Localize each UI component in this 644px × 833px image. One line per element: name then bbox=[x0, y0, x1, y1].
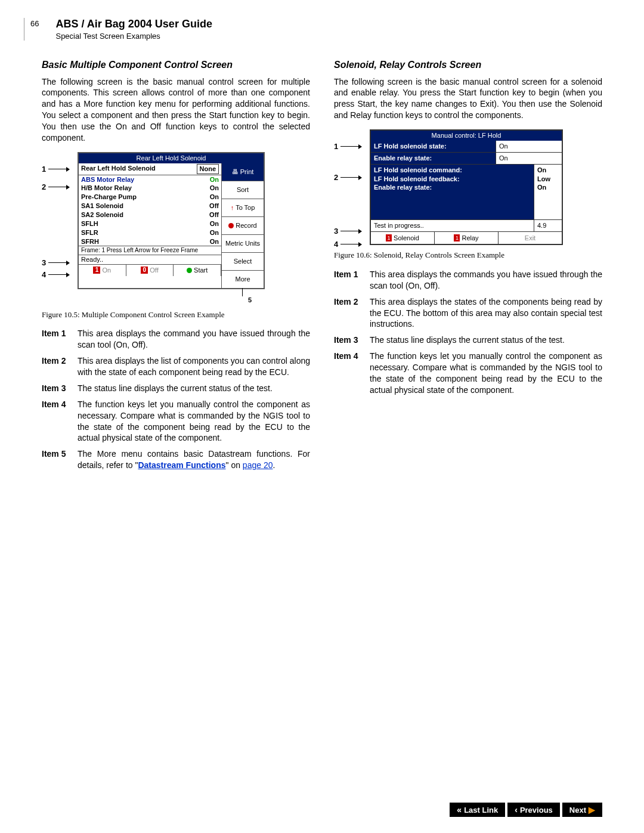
list-item[interactable]: SA2 SolenoidOff bbox=[81, 210, 219, 219]
fig1-status-line: Frame: 1 Press Left Arrow for Freeze Fra… bbox=[79, 246, 221, 255]
datastream-functions-link[interactable]: Datastream Functions bbox=[138, 460, 225, 470]
zero-icon: 0 bbox=[141, 267, 148, 274]
marker-2: 2 bbox=[42, 182, 66, 193]
left-intro: The following screen is the basic manual… bbox=[42, 76, 310, 144]
fig1-caption: Figure 10.5: Multiple Component Control … bbox=[42, 309, 310, 320]
list-item[interactable]: SFRHOn bbox=[81, 237, 219, 246]
list-item[interactable]: H/B Motor RelayOn bbox=[81, 184, 219, 193]
item-3: Item 3The status line displays the curre… bbox=[42, 383, 310, 394]
dot-green-icon bbox=[187, 268, 192, 273]
fig2-row-1: LF Hold solenoid state:On bbox=[371, 141, 562, 153]
item-1r: Item 1This area displays the commands yo… bbox=[334, 269, 602, 292]
fig2-block: LF Hold solenoid command: LF Hold soleno… bbox=[371, 165, 562, 220]
item-4: Item 4The function keys let you manually… bbox=[42, 399, 310, 444]
fig1-ready: Ready.. bbox=[79, 255, 221, 264]
marker-5: 5 bbox=[248, 296, 252, 305]
chevron-right-icon: ▶ bbox=[589, 805, 595, 815]
item-2: Item 2This area displays the list of com… bbox=[42, 355, 310, 378]
fig1-component-list: ABS Motor RelayOn H/B Motor RelayOn Pre-… bbox=[79, 175, 221, 246]
chevron-double-left-icon: « bbox=[457, 805, 462, 815]
marker-3: 3 bbox=[42, 258, 66, 268]
left-item-list: Item 1This area displays the command you… bbox=[42, 328, 310, 471]
on-button[interactable]: 1On bbox=[79, 265, 126, 276]
item-5: Item 5The More menu contains basic Datas… bbox=[42, 448, 310, 471]
list-item[interactable]: SFLROn bbox=[81, 228, 219, 237]
page-20-link[interactable]: page 20 bbox=[243, 460, 273, 470]
to-top-button[interactable]: ↑To Top bbox=[222, 199, 264, 217]
fig1-cmd-label: Rear Left Hold Solenoid bbox=[81, 164, 197, 174]
list-item[interactable]: ABS Motor RelayOn bbox=[81, 175, 219, 184]
right-heading: Solenoid, Relay Controls Screen bbox=[334, 58, 602, 72]
chevron-left-icon: ‹ bbox=[515, 805, 518, 815]
select-button[interactable]: Select bbox=[222, 253, 264, 271]
nav-footer: «Last Link ‹Previous Next▶ bbox=[450, 803, 602, 817]
page-number: 66 bbox=[30, 19, 39, 28]
fig2-status: Test in progress..4.9 bbox=[371, 220, 562, 232]
marker-2b: 2 bbox=[334, 172, 358, 183]
fig2-caption: Figure 10.6: Solenoid, Relay Controls Sc… bbox=[334, 250, 602, 261]
previous-button[interactable]: ‹Previous bbox=[507, 803, 560, 817]
item-2r: Item 2This area displays the states of t… bbox=[334, 296, 602, 330]
printer-icon: 🖶 bbox=[232, 168, 239, 176]
fig1-cmd-value: None bbox=[197, 164, 219, 174]
item-3r: Item 3The status line displays the curre… bbox=[334, 335, 602, 346]
figure-10-5: 1 2 3 4 Rear Left Hold Solenoid Rear Lef… bbox=[78, 152, 265, 289]
next-button[interactable]: Next▶ bbox=[562, 803, 602, 817]
left-heading: Basic Multiple Component Control Screen bbox=[42, 58, 310, 72]
toggle-icon: 1 bbox=[454, 234, 460, 241]
right-intro: The following screen is the basic manual… bbox=[334, 76, 602, 122]
one-icon: 1 bbox=[93, 267, 100, 274]
list-item[interactable]: Pre-Charge PumpOn bbox=[81, 193, 219, 202]
list-item[interactable]: SFLHOn bbox=[81, 219, 219, 228]
solenoid-button[interactable]: 1Solenoid bbox=[371, 232, 435, 244]
item-4r: Item 4The function keys let you manually… bbox=[334, 351, 602, 396]
more-button[interactable]: More bbox=[222, 271, 264, 288]
figure-10-6: 1 2 3 4 Manual control: LF Hold LF Hold … bbox=[370, 129, 563, 245]
off-button[interactable]: 0Off bbox=[126, 265, 174, 276]
exit-button[interactable]: Exit bbox=[499, 232, 562, 244]
list-item[interactable]: SA1 SolenoidOff bbox=[81, 202, 219, 210]
start-button[interactable]: Start bbox=[174, 265, 221, 276]
print-button[interactable]: 🖶Print bbox=[222, 163, 264, 181]
right-item-list: Item 1This area displays the commands yo… bbox=[334, 269, 602, 396]
marker-5-line bbox=[242, 288, 243, 296]
right-column: Solenoid, Relay Controls Screen The foll… bbox=[334, 58, 602, 476]
toggle-icon: 1 bbox=[386, 234, 392, 241]
sort-button[interactable]: Sort bbox=[222, 181, 264, 199]
fig2-fn-bar: 1Solenoid 1Relay Exit bbox=[371, 232, 562, 244]
page: 66 ABS / Air Bag 2004 User Guide Special… bbox=[0, 0, 644, 829]
relay-button[interactable]: 1Relay bbox=[435, 232, 499, 244]
fig2-title-bar: Manual control: LF Hold bbox=[371, 131, 562, 141]
arrow-up-icon: ↑ bbox=[231, 203, 234, 212]
fig1-title-bar: Rear Left Hold Solenoid bbox=[79, 153, 264, 163]
last-link-button[interactable]: «Last Link bbox=[450, 803, 505, 817]
doc-title: ABS / Air Bag 2004 User Guide bbox=[55, 18, 212, 30]
dot-red-icon bbox=[228, 223, 234, 228]
doc-subtitle: Special Test Screen Examples bbox=[55, 32, 212, 41]
record-button[interactable]: Record bbox=[222, 217, 264, 235]
item-1: Item 1This area displays the command you… bbox=[42, 328, 310, 351]
header-text: ABS / Air Bag 2004 User Guide Special Te… bbox=[55, 18, 212, 41]
marker-4b: 4 bbox=[334, 239, 358, 250]
columns: Basic Multiple Component Control Screen … bbox=[42, 58, 602, 476]
fig1-side-buttons: 🖶Print Sort ↑To Top Record Metric Units … bbox=[222, 163, 264, 288]
marker-1b: 1 bbox=[334, 141, 358, 152]
metric-units-button[interactable]: Metric Units bbox=[222, 235, 264, 253]
marker-1: 1 bbox=[42, 164, 66, 175]
page-header: 66 ABS / Air Bag 2004 User Guide Special… bbox=[24, 18, 602, 41]
fig1-fn-bar: 1On 0Off Start bbox=[79, 264, 221, 276]
marker-4: 4 bbox=[42, 270, 66, 280]
marker-3b: 3 bbox=[334, 226, 358, 237]
fig1-command-row: Rear Left Hold Solenoid None bbox=[79, 163, 221, 175]
left-column: Basic Multiple Component Control Screen … bbox=[42, 58, 310, 476]
fig2-row-2: Enable relay state:On bbox=[371, 153, 562, 165]
